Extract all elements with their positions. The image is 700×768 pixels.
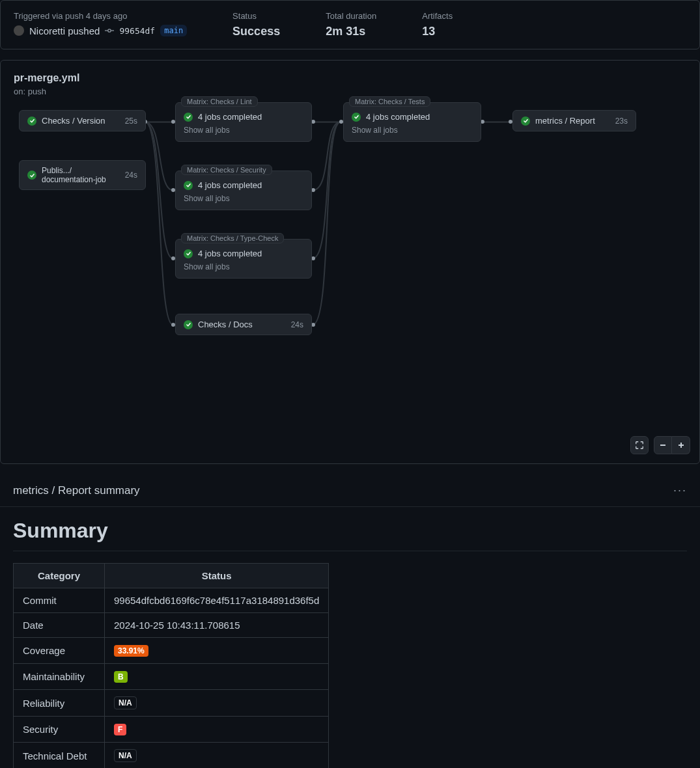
reliability-badge: N/A <box>114 696 137 709</box>
graph-area[interactable]: Checks / Version 25s Publis.../ document… <box>14 100 686 452</box>
success-icon <box>184 181 193 190</box>
report-table: Category Status Commit 99654dfcbd6169f6c… <box>13 563 329 768</box>
workflow-graph-panel: pr-merge.yml on: push <box>0 60 700 464</box>
duration-value[interactable]: 2m 31s <box>326 25 376 38</box>
job-time: 24s <box>291 320 303 329</box>
minus-icon <box>659 441 667 449</box>
trigger-line: Triggered via push 4 days ago <box>14 11 187 21</box>
summary-menu-button[interactable]: ··· <box>673 484 687 497</box>
workflow-trigger: on: push <box>14 87 686 96</box>
status-block: Status Success <box>232 11 280 38</box>
matrix-label: Matrix: Checks / Type-Check <box>181 233 284 243</box>
table-row: Technical Debt N/A <box>14 743 329 769</box>
table-row: Coverage 33.91% <box>14 638 329 664</box>
commit-icon <box>105 26 114 35</box>
success-icon <box>184 113 193 122</box>
trigger-block: Triggered via push 4 days ago Nicoretti … <box>14 11 187 38</box>
success-icon <box>27 171 36 180</box>
cell-key: Security <box>14 717 105 743</box>
matrix-label: Matrix: Checks / Lint <box>181 96 258 107</box>
status-label: Status <box>232 11 280 21</box>
table-row: Security F <box>14 717 329 743</box>
duration-label: Total duration <box>326 11 376 21</box>
job-name: Checks / Version <box>42 116 105 126</box>
coverage-badge: 33.91% <box>114 645 148 657</box>
job-checks-docs[interactable]: Checks / Docs 24s <box>175 314 312 335</box>
job-documentation[interactable]: Publis.../ documentation-job 24s <box>19 160 146 190</box>
artifacts-value[interactable]: 13 <box>422 25 453 38</box>
cell-key: Reliability <box>14 690 105 717</box>
jobs-completed: 4 jobs completed <box>198 180 262 190</box>
col-category: Category <box>14 564 105 588</box>
job-name: metrics / Report <box>535 116 595 126</box>
summary-header-title: metrics / Report summary <box>13 484 140 497</box>
zoom-out-button[interactable] <box>654 436 672 454</box>
actor-text[interactable]: Nicoretti pushed <box>29 25 100 36</box>
job-metrics-report[interactable]: metrics / Report 23s <box>512 110 636 131</box>
duration-block: Total duration 2m 31s <box>326 11 376 38</box>
success-icon <box>27 117 36 126</box>
summary-section: metrics / Report summary ··· Summary Cat… <box>0 474 700 768</box>
job-time: 24s <box>125 171 137 180</box>
job-name: Publis.../ documentation-job <box>42 166 120 184</box>
table-row: Date 2024-10-25 10:43:11.708615 <box>14 613 329 638</box>
job-name: Checks / Docs <box>198 320 253 329</box>
cell-key: Commit <box>14 588 105 613</box>
show-all-jobs-link[interactable]: Show all jobs <box>352 126 473 135</box>
graph-edges <box>14 100 686 452</box>
artifacts-label: Artifacts <box>422 11 453 21</box>
col-status: Status <box>105 564 329 588</box>
job-checks-version[interactable]: Checks / Version 25s <box>19 110 146 131</box>
matrix-security[interactable]: Matrix: Checks / Security 4 jobs complet… <box>175 171 312 210</box>
run-header-panel: Triggered via push 4 days ago Nicoretti … <box>0 0 700 49</box>
table-row: Commit 99654dfcbd6169f6c78e4f5117a318489… <box>14 588 329 613</box>
technical-debt-badge: N/A <box>114 749 137 762</box>
actor-avatar[interactable] <box>14 25 24 36</box>
job-time: 23s <box>615 117 628 126</box>
table-row: Reliability N/A <box>14 690 329 717</box>
security-badge: F <box>114 724 126 735</box>
matrix-label: Matrix: Checks / Security <box>181 165 272 175</box>
zoom-in-button[interactable] <box>672 436 690 454</box>
status-value: Success <box>232 25 280 38</box>
matrix-lint[interactable]: Matrix: Checks / Lint 4 jobs completed S… <box>175 102 312 142</box>
cell-key: Maintainability <box>14 664 105 690</box>
svg-point-0 <box>108 29 111 32</box>
success-icon <box>184 249 193 258</box>
plus-icon <box>677 441 685 449</box>
success-icon <box>352 113 361 122</box>
workflow-file[interactable]: pr-merge.yml <box>14 72 686 84</box>
artifacts-block: Artifacts 13 <box>422 11 453 38</box>
cell-value: 99654dfcbd6169f6c78e4f5117a3184891d36f5d <box>105 588 329 613</box>
matrix-typecheck[interactable]: Matrix: Checks / Type-Check 4 jobs compl… <box>175 239 312 279</box>
maintainability-badge: B <box>114 671 128 683</box>
jobs-completed: 4 jobs completed <box>198 249 262 258</box>
cell-key: Coverage <box>14 638 105 664</box>
jobs-completed: 4 jobs completed <box>366 112 430 122</box>
fullscreen-button[interactable] <box>630 436 649 454</box>
branch-badge[interactable]: main <box>160 25 187 36</box>
success-icon <box>521 117 530 126</box>
commit-sha-link[interactable]: 99654df <box>119 26 155 36</box>
show-all-jobs-link[interactable]: Show all jobs <box>184 126 303 135</box>
summary-heading: Summary <box>13 519 687 543</box>
cell-key: Technical Debt <box>14 743 105 769</box>
cell-key: Date <box>14 613 105 638</box>
zoom-controls <box>630 436 690 454</box>
job-time: 25s <box>125 117 137 126</box>
cell-value: 2024-10-25 10:43:11.708615 <box>105 613 329 638</box>
divider <box>13 551 687 551</box>
show-all-jobs-link[interactable]: Show all jobs <box>184 194 303 203</box>
fullscreen-icon <box>635 441 644 450</box>
show-all-jobs-link[interactable]: Show all jobs <box>184 262 303 271</box>
success-icon <box>184 320 193 329</box>
matrix-label: Matrix: Checks / Tests <box>349 96 430 107</box>
jobs-completed: 4 jobs completed <box>198 112 262 122</box>
table-row: Maintainability B <box>14 664 329 690</box>
matrix-tests[interactable]: Matrix: Checks / Tests 4 jobs completed … <box>343 102 481 142</box>
